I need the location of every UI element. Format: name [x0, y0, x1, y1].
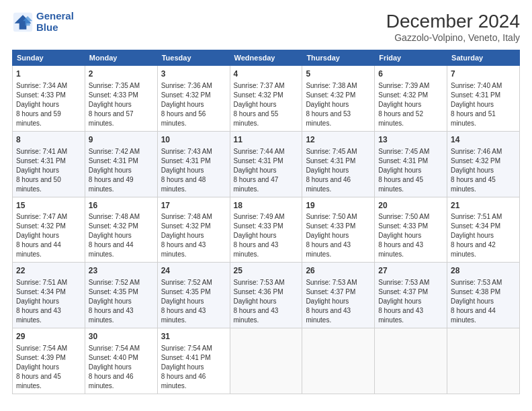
daylight-label: Daylight hours [378, 101, 421, 108]
sunrise-label: Sunrise: 7:51 AM [16, 279, 67, 286]
sunset-label: Sunset: 4:31 PM [451, 91, 500, 99]
day-number: 24 [161, 265, 226, 277]
daylight-label: Daylight hours [16, 298, 59, 305]
calendar-cell: 7Sunrise: 7:40 AMSunset: 4:31 PMDaylight… [447, 66, 520, 132]
sunrise-label: Sunrise: 7:45 AM [306, 148, 357, 155]
daylight-duration: 8 hours and 56 minutes. [161, 110, 206, 127]
calendar-cell: 11Sunrise: 7:44 AMSunset: 4:31 PMDayligh… [230, 131, 302, 197]
calendar-cell: 13Sunrise: 7:45 AMSunset: 4:31 PMDayligh… [375, 131, 447, 197]
day-number: 4 [234, 68, 299, 80]
sunset-label: Sunset: 4:36 PM [234, 288, 283, 295]
daylight-label: Daylight hours [161, 167, 204, 174]
daylight-label: Daylight hours [161, 101, 204, 108]
calendar-cell [230, 328, 302, 394]
calendar-cell: 5Sunrise: 7:38 AMSunset: 4:32 PMDaylight… [302, 66, 375, 132]
sunrise-label: Sunrise: 7:52 AM [89, 279, 140, 286]
day-number: 1 [16, 68, 81, 80]
daylight-label: Daylight hours [89, 232, 132, 239]
logo-icon [12, 11, 34, 33]
daylight-duration: 8 hours and 47 minutes. [234, 176, 279, 193]
sunrise-label: Sunrise: 7:41 AM [16, 148, 67, 155]
sunset-label: Sunset: 4:33 PM [16, 91, 66, 99]
day-header-tuesday: Tuesday [157, 50, 230, 66]
calendar-cell: 14Sunrise: 7:46 AMSunset: 4:32 PMDayligh… [447, 131, 520, 197]
daylight-duration: 8 hours and 46 minutes. [161, 373, 206, 390]
calendar-cell: 18Sunrise: 7:49 AMSunset: 4:33 PMDayligh… [230, 197, 302, 263]
day-number: 18 [234, 200, 299, 212]
logo: General Blue [12, 11, 74, 33]
daylight-duration: 8 hours and 55 minutes. [234, 110, 279, 127]
day-number: 15 [16, 200, 81, 212]
sunset-label: Sunset: 4:33 PM [378, 222, 428, 230]
day-number: 8 [16, 134, 81, 146]
day-number: 10 [161, 134, 226, 146]
sunset-label: Sunset: 4:35 PM [161, 288, 211, 295]
daylight-duration: 8 hours and 45 minutes. [378, 176, 423, 193]
daylight-duration: 8 hours and 50 minutes. [16, 176, 61, 193]
sunrise-label: Sunrise: 7:52 AM [161, 279, 212, 286]
sunset-label: Sunset: 4:31 PM [161, 157, 211, 165]
calendar-week-3: 15Sunrise: 7:47 AMSunset: 4:32 PMDayligh… [13, 197, 520, 263]
sunrise-label: Sunrise: 7:53 AM [234, 279, 285, 286]
calendar-cell: 25Sunrise: 7:53 AMSunset: 4:36 PMDayligh… [230, 263, 302, 328]
day-number: 27 [378, 265, 443, 277]
daylight-label: Daylight hours [16, 232, 59, 239]
logo-text: General Blue [36, 11, 74, 33]
sunset-label: Sunset: 4:35 PM [89, 288, 138, 295]
daylight-label: Daylight hours [89, 298, 132, 305]
day-header-friday: Friday [375, 50, 447, 66]
daylight-label: Daylight hours [451, 101, 494, 108]
daylight-duration: 8 hours and 49 minutes. [89, 176, 134, 193]
calendar-cell: 27Sunrise: 7:53 AMSunset: 4:37 PMDayligh… [375, 263, 447, 328]
calendar-cell: 30Sunrise: 7:54 AMSunset: 4:40 PMDayligh… [85, 328, 157, 394]
daylight-duration: 8 hours and 43 minutes. [306, 307, 351, 324]
month-title: December 2024 [386, 11, 520, 32]
calendar-cell: 31Sunrise: 7:54 AMSunset: 4:41 PMDayligh… [157, 328, 230, 394]
sunrise-label: Sunrise: 7:47 AM [16, 213, 67, 220]
sunset-label: Sunset: 4:31 PM [306, 157, 355, 165]
daylight-label: Daylight hours [451, 167, 494, 174]
header-row: SundayMondayTuesdayWednesdayThursdayFrid… [13, 50, 520, 66]
daylight-duration: 8 hours and 43 minutes. [234, 241, 279, 258]
subtitle: Gazzolo-Volpino, Veneto, Italy [386, 32, 520, 43]
day-number: 25 [234, 265, 299, 277]
day-number: 23 [89, 265, 154, 277]
calendar-cell: 10Sunrise: 7:43 AMSunset: 4:31 PMDayligh… [157, 131, 230, 197]
calendar-week-5: 29Sunrise: 7:54 AMSunset: 4:39 PMDayligh… [13, 328, 520, 394]
sunset-label: Sunset: 4:34 PM [16, 288, 66, 295]
day-number: 14 [451, 134, 516, 146]
sunrise-label: Sunrise: 7:51 AM [451, 213, 502, 220]
daylight-duration: 8 hours and 45 minutes. [451, 176, 496, 193]
daylight-duration: 8 hours and 59 minutes. [16, 110, 61, 127]
calendar-cell [302, 328, 375, 394]
sunrise-label: Sunrise: 7:36 AM [161, 82, 212, 89]
sunrise-label: Sunrise: 7:54 AM [16, 345, 67, 352]
sunset-label: Sunset: 4:37 PM [378, 288, 428, 295]
calendar-cell: 4Sunrise: 7:37 AMSunset: 4:32 PMDaylight… [230, 66, 302, 132]
daylight-duration: 8 hours and 44 minutes. [451, 307, 496, 324]
sunset-label: Sunset: 4:31 PM [89, 157, 138, 165]
day-number: 28 [451, 265, 516, 277]
sunset-label: Sunset: 4:33 PM [89, 91, 138, 99]
sunrise-label: Sunrise: 7:48 AM [161, 213, 212, 220]
daylight-duration: 8 hours and 48 minutes. [161, 176, 206, 193]
sunrise-label: Sunrise: 7:43 AM [161, 148, 212, 155]
daylight-duration: 8 hours and 43 minutes. [234, 307, 279, 324]
calendar-cell: 1Sunrise: 7:34 AMSunset: 4:33 PMDaylight… [13, 66, 85, 132]
daylight-label: Daylight hours [161, 363, 204, 371]
sunset-label: Sunset: 4:32 PM [16, 222, 66, 230]
sunset-label: Sunset: 4:31 PM [16, 157, 66, 165]
calendar-week-4: 22Sunrise: 7:51 AMSunset: 4:34 PMDayligh… [13, 263, 520, 328]
day-number: 6 [378, 68, 443, 80]
daylight-duration: 8 hours and 52 minutes. [378, 110, 423, 127]
day-number: 7 [451, 68, 516, 80]
daylight-label: Daylight hours [234, 232, 277, 239]
daylight-label: Daylight hours [161, 232, 204, 239]
sunset-label: Sunset: 4:40 PM [89, 354, 138, 361]
calendar-cell: 23Sunrise: 7:52 AMSunset: 4:35 PMDayligh… [85, 263, 157, 328]
day-header-saturday: Saturday [447, 50, 520, 66]
daylight-label: Daylight hours [306, 298, 349, 305]
day-number: 13 [378, 134, 443, 146]
daylight-duration: 8 hours and 43 minutes. [89, 307, 134, 324]
daylight-label: Daylight hours [306, 101, 349, 108]
